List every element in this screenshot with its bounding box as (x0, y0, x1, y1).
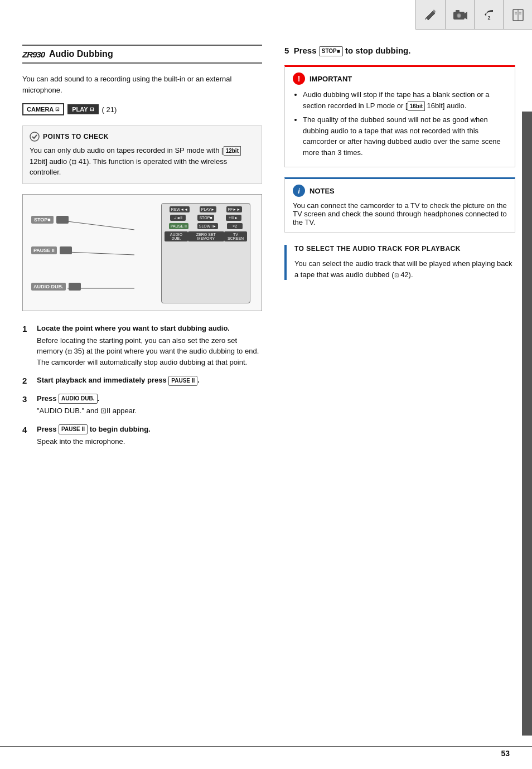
audiodub-btn-visual (69, 283, 81, 291)
important-label: IMPORTANT (309, 75, 352, 83)
select-section: To select the audio track for playback Y… (284, 245, 515, 280)
slow-btn: SLOW I► (197, 223, 218, 229)
zeroset-btn: ZERO SET MEMORY (188, 231, 224, 241)
ff-btn: FF►► (226, 206, 242, 212)
step-5: 5 Press STOP■ to stop dubbing. (284, 45, 515, 56)
important-item-2: The quality of the dubbed sound will not… (303, 114, 507, 158)
page-number: 53 (501, 749, 510, 758)
rew-btn: REW◄◄ (170, 206, 190, 212)
notes-text: You can connect the camcorder to a TV to… (293, 201, 507, 226)
important-item-1: Audio dubbing will stop if the tape has … (303, 89, 507, 111)
pencil-icon[interactable] (416, 0, 445, 29)
important-section: ! IMPORTANT Audio dubbing will stop if t… (284, 65, 515, 167)
svg-line-0 (425, 18, 426, 20)
svg-point-3 (457, 14, 460, 17)
remote-control: REW◄◄ PLAY► FF►► -/◄II STOP■ +/II► PAUSE… (161, 203, 250, 303)
book-icon[interactable] (503, 0, 532, 29)
left-column: ZR930 Audio Dubbing You can add sound to… (22, 45, 262, 455)
top-icon-bar: 2 (415, 0, 532, 30)
16bit-badge: 16bit (408, 101, 425, 111)
step-2-content: Start playback and immediately press PAU… (37, 375, 262, 386)
remote-row-4: AUDIO DUB. ZERO SET MEMORY TV SCREEN (165, 231, 247, 241)
step-2-title: Start playback and immediately press PAU… (37, 375, 262, 386)
step-3-body: "AUDIO DUB." and ⊡II appear. (37, 405, 262, 417)
audiodub-key: AUDIO DUB. (59, 394, 97, 404)
stop-key: STOP■ (319, 46, 343, 56)
intro-text: You can add sound to a recording using t… (22, 74, 262, 95)
remote-row-3: PAUSE II SLOW I► ×2 (165, 223, 247, 229)
audiodub-btn: AUDIO DUB. (165, 231, 188, 241)
stop-btn-label: STOP■ (31, 216, 54, 224)
title-section: ZR930 Audio Dubbing (22, 45, 262, 64)
x2-btn: ×2 (227, 223, 243, 229)
select-body: You can select the audio track that will… (294, 258, 515, 280)
stop-left-label: STOP■ (31, 216, 69, 224)
stop-btn: STOP■ (197, 215, 214, 221)
prev-btn: -/◄II (170, 215, 186, 221)
points-header-label: POINTS TO CHECK (43, 133, 109, 141)
stop-btn-visual (56, 216, 69, 224)
points-header: POINTS TO CHECK (30, 132, 255, 142)
audiodub-btn-label: AUDIO DUB. (31, 283, 66, 291)
play-sub-icon: ⊡ (90, 107, 94, 112)
pause-btn-label: PAUSE II (31, 246, 57, 254)
tvscreen-btn: TV SCREEN (224, 231, 247, 241)
notes-header: i NOTES (293, 185, 507, 197)
play-label: PLAY (72, 106, 88, 113)
page-reference: ( 21) (102, 105, 117, 114)
step-1-num: 1 (22, 323, 32, 368)
pause-key-2: PAUSE II (59, 424, 88, 434)
right-column: 5 Press STOP■ to stop dubbing. ! IMPORTA… (279, 45, 515, 455)
step-4-body: Speak into the microphone. (37, 436, 262, 447)
step-1-content: Locate the point where you want to start… (37, 323, 262, 368)
page-title: Audio Dubbing (49, 49, 113, 59)
pause-key: PAUSE II (168, 376, 197, 386)
info-icon: i (293, 185, 305, 197)
step-1-title: Locate the point where you want to start… (37, 323, 262, 333)
pause-left-label: PAUSE II (31, 246, 72, 254)
camera-label: CAMERA (27, 106, 54, 113)
points-to-check-section: POINTS TO CHECK You can only dub audio o… (22, 125, 262, 184)
arrow-icon[interactable]: 2 (474, 0, 503, 29)
audiodub-left-label: AUDIO DUB. (31, 283, 81, 291)
points-text: You can only dub audio on tapes recorded… (30, 145, 255, 178)
pause-btn-visual (60, 246, 72, 254)
mode-badges: CAMERA ⊡ PLAY ⊡ ( 21) (22, 103, 262, 115)
remote-row-2: -/◄II STOP■ +/II► (165, 215, 247, 221)
notes-section: i NOTES You can connect the camcorder to… (284, 177, 515, 233)
product-logo: ZR930 (22, 50, 45, 59)
bottom-rule (0, 746, 532, 747)
step-4: 4 Press PAUSE II to begin dubbing. Speak… (22, 424, 262, 447)
svg-point-12 (30, 132, 39, 141)
checkmark-icon (30, 132, 40, 142)
step-4-num: 4 (22, 424, 32, 447)
remote-row-1: REW◄◄ PLAY► FF►► (165, 206, 247, 212)
pause-btn: PAUSE II (169, 223, 188, 229)
svg-line-14 (67, 252, 134, 255)
12bit-badge: 12bit (224, 146, 241, 156)
step-3: 3 Press AUDIO DUB.. "AUDIO DUB." and ⊡II… (22, 394, 262, 417)
important-header: ! IMPORTANT (293, 72, 507, 85)
step-4-title: Press PAUSE II to begin dubbing. (37, 424, 262, 435)
svg-line-13 (67, 221, 134, 230)
important-list: Audio dubbing will stop if the tape has … (293, 89, 507, 158)
right-sidebar-strip (522, 112, 532, 736)
svg-rect-4 (456, 10, 460, 12)
select-header: To select the audio track for playback (294, 245, 515, 253)
camera-mode-badge: CAMERA ⊡ (22, 103, 64, 115)
play-mode-badge: PLAY ⊡ (67, 104, 98, 114)
notes-label: NOTES (309, 187, 335, 195)
play-btn: PLAY► (200, 206, 216, 212)
camera-sub-icon: ⊡ (55, 107, 60, 112)
step-3-num: 3 (22, 394, 32, 417)
next-btn: +/II► (226, 215, 241, 221)
camera-icon[interactable] (445, 0, 474, 29)
svg-text:2: 2 (487, 15, 490, 21)
step-2-num: 2 (22, 375, 32, 386)
step-5-num: 5 (284, 46, 289, 55)
step-1: 1 Locate the point where you want to sta… (22, 323, 262, 368)
step-1-body: Before locating the starting point, you … (37, 335, 262, 368)
step-4-content: Press PAUSE II to begin dubbing. Speak i… (37, 424, 262, 447)
remote-diagram: STOP■ PAUSE II AUDIO DUB. REW◄◄ PLA (22, 194, 262, 311)
step-2: 2 Start playback and immediately press P… (22, 375, 262, 386)
